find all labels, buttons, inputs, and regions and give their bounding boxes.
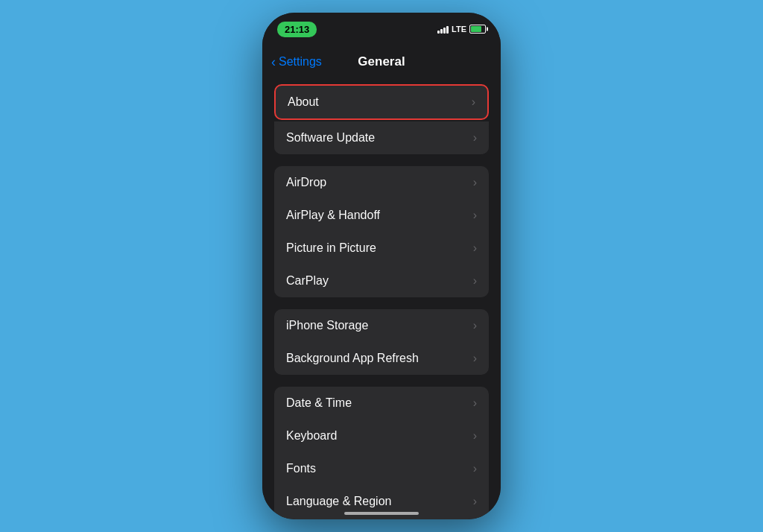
row-airdrop[interactable]: AirDrop ›: [274, 166, 489, 199]
row-label-airdrop: AirDrop: [286, 176, 326, 189]
battery-fill: [471, 26, 481, 32]
row-background-app-refresh[interactable]: Background App Refresh ›: [274, 342, 489, 375]
row-iphone-storage[interactable]: iPhone Storage ›: [274, 309, 489, 342]
row-label-language-region: Language & Region: [286, 495, 391, 508]
row-software-update[interactable]: Software Update ›: [274, 121, 489, 154]
row-chevron-software-update: ›: [473, 131, 477, 145]
section-input: Date & Time › Keyboard › Fonts › Languag…: [274, 387, 489, 519]
row-label-carplay: CarPlay: [286, 274, 329, 288]
row-chevron-about: ›: [472, 95, 475, 109]
row-chevron-keyboard: ›: [473, 429, 477, 443]
row-date-time[interactable]: Date & Time ›: [274, 387, 489, 419]
scroll-content[interactable]: About › Software Update › AirDrop › AirP…: [262, 78, 501, 519]
row-label-fonts: Fonts: [286, 462, 316, 475]
battery-icon: [469, 25, 486, 34]
status-bar: 21:13 LTE: [262, 13, 501, 45]
row-chevron-picture-in-picture: ›: [473, 241, 477, 255]
row-chevron-airdrop: ›: [473, 176, 477, 189]
signal-bar-3: [443, 28, 446, 34]
row-fonts[interactable]: Fonts ›: [274, 452, 489, 485]
row-airplay-handoff[interactable]: AirPlay & Handoff ›: [274, 199, 489, 232]
row-chevron-airplay-handoff: ›: [473, 209, 477, 222]
row-chevron-language-region: ›: [473, 495, 477, 508]
back-label: Settings: [279, 55, 322, 69]
row-carplay[interactable]: CarPlay ›: [274, 265, 489, 297]
signal-bar-2: [440, 29, 443, 34]
row-label-about: About: [288, 95, 319, 109]
row-picture-in-picture[interactable]: Picture in Picture ›: [274, 232, 489, 265]
row-chevron-date-time: ›: [473, 396, 477, 410]
row-label-software-update: Software Update: [286, 131, 375, 145]
row-chevron-background-app-refresh: ›: [473, 352, 477, 365]
back-button[interactable]: ‹ Settings: [271, 54, 322, 70]
row-label-keyboard: Keyboard: [286, 429, 338, 443]
row-about[interactable]: About ›: [274, 84, 489, 120]
row-label-date-time: Date & Time: [286, 396, 352, 410]
back-chevron-icon: ‹: [271, 54, 276, 70]
lte-label: LTE: [452, 25, 466, 34]
row-chevron-fonts: ›: [473, 462, 477, 475]
status-right: LTE: [437, 25, 486, 34]
row-chevron-carplay: ›: [473, 274, 477, 288]
home-indicator: [344, 512, 419, 515]
row-dictionary[interactable]: Dictionary ›: [274, 518, 489, 519]
page-title: General: [358, 54, 405, 69]
signal-bar-1: [437, 31, 440, 34]
signal-bars: [437, 25, 449, 34]
row-label-background-app-refresh: Background App Refresh: [286, 352, 419, 365]
signal-bar-4: [446, 26, 449, 34]
row-chevron-iphone-storage: ›: [473, 319, 477, 332]
phone-frame: 21:13 LTE ‹ Settings General About: [262, 13, 501, 519]
row-label-picture-in-picture: Picture in Picture: [286, 241, 376, 255]
section-about: About › Software Update ›: [274, 84, 489, 154]
section-storage: iPhone Storage › Background App Refresh …: [274, 309, 489, 375]
section-connectivity: AirDrop › AirPlay & Handoff › Picture in…: [274, 166, 489, 297]
row-keyboard[interactable]: Keyboard ›: [274, 419, 489, 452]
nav-bar: ‹ Settings General: [262, 45, 501, 78]
row-label-iphone-storage: iPhone Storage: [286, 319, 368, 332]
status-time: 21:13: [277, 22, 317, 37]
row-label-airplay-handoff: AirPlay & Handoff: [286, 209, 380, 222]
